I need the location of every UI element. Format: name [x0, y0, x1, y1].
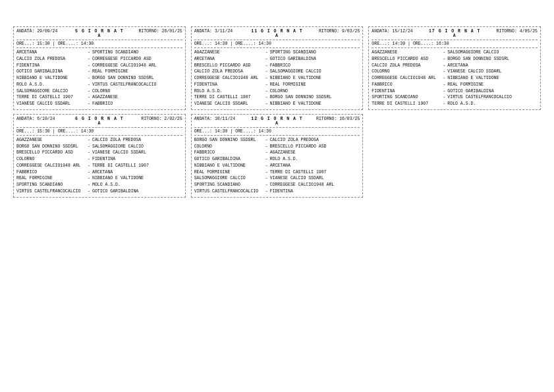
team-home: BRESCELLO PICCARDO ASD	[16, 150, 86, 156]
ritorno-info: RITORNO: 9/03/25	[306, 29, 360, 38]
ritorno-info: RITORNO: 4/05/25	[483, 29, 538, 38]
team-home: SALSOMAGGIORE CALCIO	[194, 175, 263, 182]
team-home: CALCIO ZOLA PREDOSA	[16, 56, 86, 63]
team-home: TERRE DI CASTELLI 1907	[372, 101, 441, 107]
team-away: TERRE DI CASTELLI 1907	[92, 163, 182, 169]
team-home: SPORTING SCANDIANO	[16, 182, 86, 188]
ritorno-info: RITORNO: 16/03/25	[306, 117, 360, 126]
team-away: FIDENTINA	[270, 188, 360, 195]
match-dash: -	[441, 56, 447, 63]
match-row: COLORNO - FIDENTINA	[16, 156, 182, 163]
ore-andata: ORE...: 15:30	[16, 129, 50, 134]
match-dash: -	[86, 156, 92, 163]
match-row: NIBBIANO E VALTIDONE - ARCETANA	[194, 163, 360, 169]
match-dash: -	[86, 88, 92, 95]
team-away: BORGO SAN DONNINO SSDSRL	[447, 56, 538, 63]
match-dash: -	[86, 82, 92, 88]
team-home: ROLO A.S.D.	[16, 82, 86, 88]
match-row: GOTICO GARIBALDINA - REAL FORMIGINE	[16, 69, 182, 75]
team-away: VIRTUS CASTELFRANCOCALCIO	[447, 94, 538, 101]
match-dash: -	[441, 88, 447, 95]
match-row: ROLO A.S.D. - COLORNO	[194, 88, 360, 95]
team-away: BORGO SAN DONNINO SSDSRL	[92, 75, 182, 82]
match-row: REAL FORMIGINE - NIBBIANO E VALTIDONE	[16, 175, 182, 182]
ore-ritorno: ORE....: 14:30	[58, 42, 94, 46]
ore-divider: |	[408, 42, 410, 46]
team-home: CORREGGESE CALCIO1948 ARL	[372, 75, 441, 82]
match-row: AGAZZANESE - SPORTING SCANDIANO	[194, 49, 360, 56]
team-home: REAL FORMIGINE	[16, 175, 86, 182]
team-away: ARCETANA	[447, 63, 538, 69]
match-dash: -	[86, 75, 92, 82]
andata-info: ANDATA: 10/11/24	[194, 117, 249, 126]
team-away: SPORTING SCANDIANO	[270, 49, 360, 56]
team-away: REAL FORMIGINE	[270, 82, 360, 88]
match-row: BRESCELLO PICCARDO ASD - VIANESE CALCIO …	[16, 150, 182, 156]
match-dash: -	[441, 82, 447, 88]
team-away: VIANESE CALCIO SSDARL	[447, 69, 538, 75]
match-row: ARCETANA - SPORTING SCANDIANO	[16, 49, 182, 56]
team-home: BRESCELLO PICCARDO ASD	[194, 63, 263, 69]
match-row: GOTICO GARIBALDINA - ROLO A.S.D.	[194, 156, 360, 163]
block-header: ANDATA: 15/12/2417 G I O R N A T ARITORN…	[372, 29, 538, 40]
match-row: COLORNO - VIANESE CALCIO SSDARL	[372, 69, 538, 75]
match-dash: -	[263, 188, 270, 195]
match-row: CALCIO ZOLA PREDOSA - CORREGGESE PICCARD…	[16, 56, 182, 63]
ore-andata: ORE...: 14:30	[372, 42, 405, 46]
match-row: BRESCELLO PICCARDO ASD - FABBRICO	[194, 63, 360, 69]
match-dash: -	[86, 150, 92, 156]
team-away: CALCIO ZOLA PREDOSA	[92, 137, 182, 144]
team-home: SPORTING SCANDIANO	[372, 94, 441, 101]
match-dash: -	[86, 163, 92, 169]
team-home: CORREGGESE CALCIO1948 ARL	[194, 75, 263, 82]
column-1: ANDATA: 3/11/2411 G I O R N A T ARITORNO…	[191, 26, 364, 198]
team-home: ARCETANA	[16, 49, 86, 56]
team-home: NIBBIANO E VALTIDONE	[194, 163, 263, 169]
match-dash: -	[263, 144, 270, 150]
match-row: FIDENTINA - REAL FORMIGINE	[194, 82, 360, 88]
giornata-label: 17 G I O R N A T A	[428, 29, 482, 38]
ore-ritorno: ORE....: 16:30	[413, 42, 449, 46]
match-dash: -	[441, 63, 447, 69]
ore-row: ORE...: 15:30 | ORE....: 14:30	[16, 129, 182, 134]
team-away: REAL FORMIGINE	[92, 69, 182, 75]
team-home: GOTICO GARIBALDINA	[194, 156, 263, 163]
match-row: SPORTING SCANDIANO - CORREGGESE CALCIO19…	[194, 182, 360, 188]
match-row: AGAZZANESE - SALSOMAGGIORE CALCIO	[372, 49, 538, 56]
team-away: AGAZZANESE	[92, 94, 182, 101]
block-1-1: ANDATA: 10/11/2412 G I O R N A T ARITORN…	[191, 114, 364, 198]
match-dash: -	[86, 175, 92, 182]
match-dash: -	[263, 69, 270, 75]
team-home: FABBRICO	[194, 150, 263, 156]
team-away: MOLO A.S.D.	[92, 182, 182, 188]
team-away: CORREGGESE CALCIO1948 ARL	[92, 63, 182, 69]
team-home: ROLO A.S.D.	[194, 88, 263, 95]
match-row: FIDENTINA - GOTICO GARIBALDINA	[372, 88, 538, 95]
team-away: NIBBIANO E VALTIDONE	[270, 101, 360, 107]
team-away: COLORNO	[92, 88, 182, 95]
match-dash: -	[263, 163, 270, 169]
team-away: REAL FORMIGINE	[447, 82, 538, 88]
team-home: VIRTUS CASTELFRANCOCALCIO	[194, 188, 263, 195]
team-home: COLORNO	[372, 69, 441, 75]
match-row: SPORTING SCANDIANO - MOLO A.S.D.	[16, 182, 182, 188]
ore-andata: ORE...: 14:30	[194, 42, 228, 46]
match-dash: -	[86, 137, 92, 144]
team-home: SALSOMAGGIORE CALCIO	[16, 88, 86, 95]
ore-row: ORE...: 15:30 | ORE....: 14:30	[16, 42, 182, 46]
match-dash: -	[441, 49, 447, 56]
ore-ritorno: ORE....: 14:30	[235, 42, 271, 46]
ore-divider: |	[230, 42, 233, 46]
match-row: BORGO SAN DONNINO SSDSRL - SALSOMAGGIORE…	[16, 144, 182, 150]
match-row: FABBRICO - REAL FORMIGINE	[372, 82, 538, 88]
giornata-label: 12 G I O R N A T A	[250, 117, 304, 126]
match-dash: -	[86, 63, 92, 69]
match-dash: -	[441, 69, 447, 75]
match-dash: -	[263, 56, 270, 63]
match-row: CORREGGESE CALCIO1948 ARL - NIBBIANO E V…	[194, 75, 360, 82]
andata-info: ANDATA: 15/12/24	[372, 29, 426, 38]
team-away: NIBBIANO E VALTIDONE	[92, 175, 182, 182]
team-home: VIANESE CALCIO SSDARL	[194, 101, 263, 107]
team-home: FABBRICO	[16, 169, 86, 176]
match-dash: -	[86, 169, 92, 176]
